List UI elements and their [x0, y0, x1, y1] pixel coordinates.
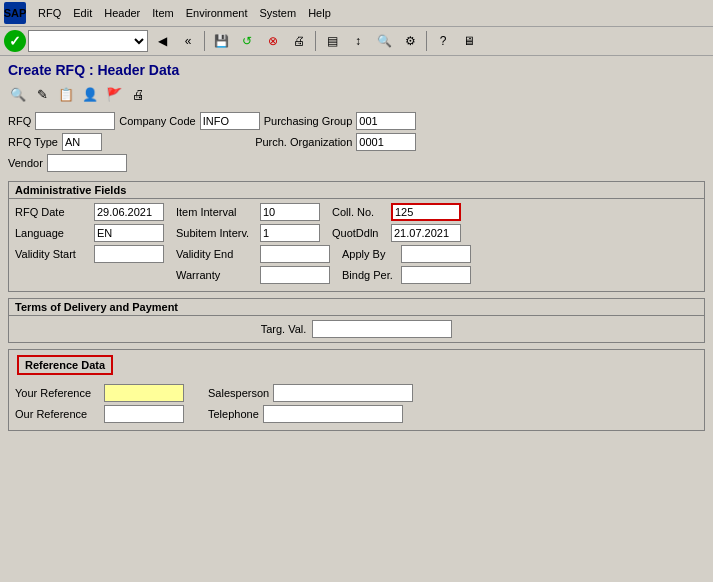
company-code-label: Company Code: [119, 115, 195, 127]
delivery-content: Targ. Val.: [9, 316, 704, 342]
coll-no-label: Coll. No.: [332, 206, 387, 218]
menu-rfq[interactable]: RFQ: [38, 7, 61, 19]
top-left-col: RFQ Company Code Purchasing Group RFQ Ty…: [8, 112, 416, 175]
vendor-input[interactable]: [47, 154, 127, 172]
telephone-label: Telephone: [208, 408, 259, 420]
ref-title-wrapper: Reference Data: [9, 350, 704, 380]
separator-2: [315, 31, 316, 51]
menu-bar: SAP RFQ Edit Header Item Environment Sys…: [0, 0, 713, 27]
settings-button[interactable]: ⚙: [398, 29, 422, 53]
find-button[interactable]: 🔍: [372, 29, 396, 53]
save-button[interactable]: 💾: [209, 29, 233, 53]
menu-edit[interactable]: Edit: [73, 7, 92, 19]
menu-item[interactable]: Item: [152, 7, 173, 19]
sap-logo: SAP: [4, 2, 26, 24]
nav-back-button[interactable]: ◀: [150, 29, 174, 53]
warranty-label: Warranty: [176, 269, 256, 281]
rfq-row: RFQ Company Code Purchasing Group: [8, 112, 416, 130]
action-icon-2[interactable]: ✎: [32, 84, 52, 104]
rfq-type-input[interactable]: [62, 133, 102, 151]
purch-org-label: Purch. Organization: [255, 136, 352, 148]
admin-row-2: Language Subitem Interv. QuotDdln: [15, 224, 698, 242]
bindg-per-input[interactable]: [401, 266, 471, 284]
purchasing-group-input[interactable]: [356, 112, 416, 130]
rfq-type-label: RFQ Type: [8, 136, 58, 148]
monitor-icon[interactable]: 🖥: [457, 29, 481, 53]
admin-fields-content: RFQ Date Item Interval Coll. No. Languag…: [9, 199, 704, 291]
reference-data-title: Reference Data: [17, 355, 113, 375]
language-input[interactable]: [94, 224, 164, 242]
validity-end-input[interactable]: [260, 245, 330, 263]
subitem-interv-input[interactable]: [260, 224, 320, 242]
print-button[interactable]: 🖨: [287, 29, 311, 53]
admin-row-1: RFQ Date Item Interval Coll. No.: [15, 203, 698, 221]
targ-val-input[interactable]: [312, 320, 452, 338]
item-interval-label: Item Interval: [176, 206, 256, 218]
subitem-interv-label: Subitem Interv.: [176, 227, 256, 239]
salesperson-input[interactable]: [273, 384, 413, 402]
admin-fields-section: Administrative Fields RFQ Date Item Inte…: [8, 181, 705, 292]
main-content: Create RFQ : Header Data 🔍 ✎ 📋 👤 🚩 🖨 RFQ…: [0, 56, 713, 443]
menu-system[interactable]: System: [259, 7, 296, 19]
quotddln-label: QuotDdln: [332, 227, 387, 239]
validity-start-input[interactable]: [94, 245, 164, 263]
action-icons-row: 🔍 ✎ 📋 👤 🚩 🖨: [8, 84, 705, 104]
our-reference-label: Our Reference: [15, 408, 100, 420]
warranty-input[interactable]: [260, 266, 330, 284]
purch-org-input[interactable]: [356, 133, 416, 151]
help-icon[interactable]: ?: [431, 29, 455, 53]
your-reference-input[interactable]: [104, 384, 184, 402]
menu-environment[interactable]: Environment: [186, 7, 248, 19]
refresh-button[interactable]: ↺: [235, 29, 259, 53]
action-icon-5[interactable]: 🚩: [104, 84, 124, 104]
page-title: Create RFQ : Header Data: [8, 62, 705, 78]
telephone-input[interactable]: [263, 405, 403, 423]
validity-start-label: Validity Start: [15, 248, 90, 260]
apply-by-input[interactable]: [401, 245, 471, 263]
item-interval-input[interactable]: [260, 203, 320, 221]
rfq-date-input[interactable]: [94, 203, 164, 221]
top-fields: RFQ Company Code Purchasing Group RFQ Ty…: [8, 112, 705, 175]
action-icon-1[interactable]: 🔍: [8, 84, 28, 104]
company-code-input[interactable]: [200, 112, 260, 130]
action-icon-3[interactable]: 📋: [56, 84, 76, 104]
menu-help[interactable]: Help: [308, 7, 331, 19]
validity-end-label: Validity End: [176, 248, 256, 260]
rfq-date-label: RFQ Date: [15, 206, 90, 218]
menu-header[interactable]: Header: [104, 7, 140, 19]
cancel-button[interactable]: ⊗: [261, 29, 285, 53]
rfq-label: RFQ: [8, 115, 31, 127]
vendor-label: Vendor: [8, 157, 43, 169]
delivery-title: Terms of Delivery and Payment: [9, 299, 704, 316]
action-icon-4[interactable]: 👤: [80, 84, 100, 104]
reference-content: Your Reference Salesperson Our Reference…: [9, 380, 704, 430]
separator-3: [426, 31, 427, 51]
admin-row-4: Warranty Bindg Per.: [15, 266, 698, 284]
rfq-input[interactable]: [35, 112, 115, 130]
our-reference-input[interactable]: [104, 405, 184, 423]
apply-by-label: Apply By: [342, 248, 397, 260]
nav-prev-button[interactable]: «: [176, 29, 200, 53]
your-reference-row: Your Reference Salesperson: [15, 384, 698, 402]
delivery-section: Terms of Delivery and Payment Targ. Val.: [8, 298, 705, 343]
toolbar: ✓ ◀ « 💾 ↺ ⊗ 🖨 ▤ ↕ 🔍 ⚙ ? 🖥: [0, 27, 713, 56]
our-reference-row: Our Reference Telephone: [15, 405, 698, 423]
separator-1: [204, 31, 205, 51]
quotddln-input[interactable]: [391, 224, 461, 242]
bindg-per-label: Bindg Per.: [342, 269, 397, 281]
targ-val-label: Targ. Val.: [261, 323, 307, 335]
language-label: Language: [15, 227, 90, 239]
filter-button[interactable]: ▤: [320, 29, 344, 53]
green-check-button[interactable]: ✓: [4, 30, 26, 52]
admin-row-3: Validity Start Validity End Apply By: [15, 245, 698, 263]
reference-section: Reference Data Your Reference Salesperso…: [8, 349, 705, 431]
salesperson-label: Salesperson: [208, 387, 269, 399]
coll-no-input[interactable]: [391, 203, 461, 221]
vendor-row: Vendor: [8, 154, 416, 172]
purchasing-group-label: Purchasing Group: [264, 115, 353, 127]
action-icon-6[interactable]: 🖨: [128, 84, 148, 104]
your-reference-label: Your Reference: [15, 387, 100, 399]
sort-button[interactable]: ↕: [346, 29, 370, 53]
toolbar-dropdown[interactable]: [28, 30, 148, 52]
rfq-type-row: RFQ Type Purch. Organization: [8, 133, 416, 151]
